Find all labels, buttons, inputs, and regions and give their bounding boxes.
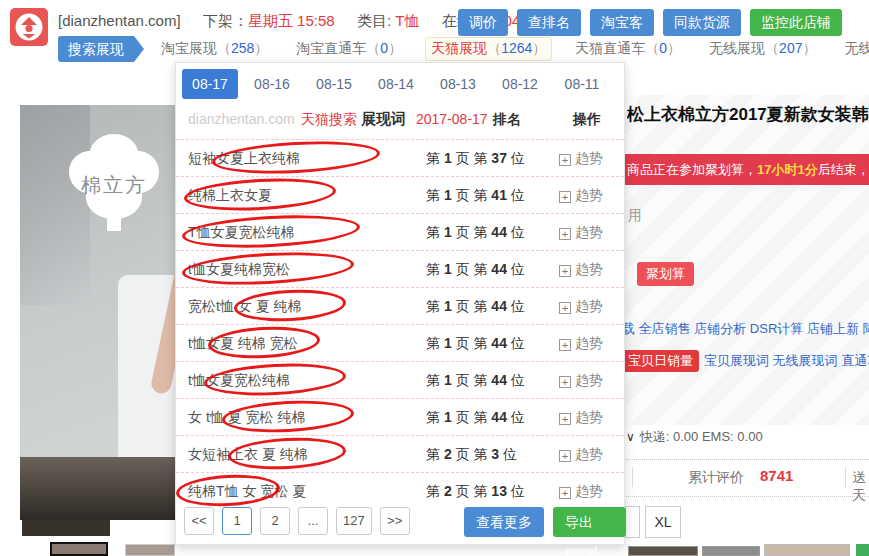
plus-square-icon: + [559, 154, 571, 166]
tab-count: 1264 [501, 40, 532, 56]
tab-label: 无线直通车 [844, 40, 869, 56]
tab-天猫直通车[interactable]: 天猫直通车（0） [570, 38, 686, 60]
rank-cell: 第 1 页 第 44 位 [426, 288, 525, 325]
page-next-button[interactable]: >> [380, 507, 410, 535]
trend-link[interactable]: +趋势 [559, 214, 603, 251]
tab-label: 天猫直通车 [575, 40, 645, 56]
tab-paren: （ [366, 40, 380, 56]
topbar-button-查排名[interactable]: 查排名 [517, 9, 581, 36]
tab-paren: （ [217, 40, 231, 56]
rank-text: 页 第 [452, 335, 492, 351]
thumbnail[interactable] [628, 546, 698, 556]
divider [632, 467, 633, 487]
shipping-text: 快递: 0.00 EMS: 0.00 [640, 429, 763, 444]
image-dark-floor [20, 457, 175, 520]
topbar-button-同款货源[interactable]: 同款货源 [663, 9, 741, 36]
topbar-button-调价[interactable]: 调价 [458, 9, 508, 36]
chevron-down-icon: ∨ [626, 430, 635, 444]
plus-square-icon: + [559, 265, 571, 277]
rank-page: 1 [444, 224, 452, 240]
date-tab-08-14[interactable]: 08-14 [368, 69, 424, 99]
rank-pos: 44 [491, 372, 507, 388]
rank-pos: 44 [491, 335, 507, 351]
table-row: 纯棉上衣女夏第 1 页 第 41 位+趋势 [176, 176, 624, 213]
thumbnail[interactable] [856, 544, 869, 556]
brand-cloud-logo: 棉立方 [58, 130, 170, 240]
keyword-cell: 女短袖上衣 夏 纯棉 [188, 436, 308, 473]
rating-row: 累计评价 8741 送天 [620, 463, 869, 493]
trend-link[interactable]: +趋势 [559, 325, 603, 362]
table-brand: dianzhentan.com [188, 99, 295, 139]
page-prev-button[interactable]: << [184, 507, 214, 535]
tab-无线直通车[interactable]: 无线直通车（0） [839, 38, 869, 60]
tab-count: 207 [779, 40, 802, 56]
tab-淘宝展现[interactable]: 淘宝展现（258） [156, 38, 273, 60]
trend-link[interactable]: +趋势 [559, 436, 603, 473]
trend-link[interactable]: +趋势 [559, 251, 603, 288]
action-column-header: 操作 [573, 99, 601, 139]
table-row: 女 t恤 夏 宽松 纯棉第 1 页 第 44 位+趋势 [176, 398, 624, 435]
keyword-cell: T恤女夏宽松纯棉 [188, 214, 295, 251]
page-button-2[interactable]: 2 [260, 507, 290, 535]
topbar: [dianzhentan.com] 下架：星期五 15:58 类目: T恤 在线… [0, 0, 869, 62]
topbar-button-监控此店铺[interactable]: 监控此店铺 [750, 9, 842, 36]
page-button-...[interactable]: ... [298, 507, 328, 535]
tab-label: 淘宝直通车 [296, 40, 366, 56]
dianzhentan-logo-icon[interactable] [10, 8, 48, 46]
tab-search-display[interactable]: 搜索展现 [58, 36, 134, 62]
rank-cell: 第 1 页 第 44 位 [426, 399, 525, 436]
rating-label: 累计评价 [688, 469, 744, 487]
rank-cell: 第 1 页 第 37 位 [426, 140, 525, 177]
date-tab-08-12[interactable]: 08-12 [492, 69, 548, 99]
page-button-1[interactable]: 1 [222, 507, 252, 535]
rank-text: 第 [426, 298, 444, 314]
table-row: t恤女夏纯棉宽松第 1 页 第 44 位+趋势 [176, 250, 624, 287]
rank-text: 页 第 [452, 150, 492, 166]
tab-count: 0 [659, 40, 667, 56]
rank-cell: 第 1 页 第 44 位 [426, 251, 525, 288]
plus-square-icon: + [559, 302, 571, 314]
tab-淘宝直通车[interactable]: 淘宝直通车（0） [291, 38, 407, 60]
trend-link[interactable]: +趋势 [559, 399, 603, 436]
category-value: T恤 [395, 12, 419, 29]
thumbnail[interactable] [702, 546, 760, 556]
divider [620, 459, 869, 460]
view-more-button[interactable]: 查看更多 [464, 507, 544, 537]
plus-square-icon: + [559, 487, 571, 499]
trend-label: 趋势 [575, 409, 603, 425]
tab-无线展现[interactable]: 无线展现（207） [704, 38, 821, 60]
topbar-button-淘宝客[interactable]: 淘宝客 [590, 9, 654, 36]
seller-tool-links-row1[interactable]: 载 全店销售 店铺分析 DSR计算 店铺上新 降权 [622, 320, 869, 338]
date-tab-08-13[interactable]: 08-13 [430, 69, 486, 99]
keyword-cell: 纯棉上衣女夏 [188, 177, 272, 214]
divider [620, 496, 869, 497]
daily-sales-badge[interactable]: 宝贝日销量 [622, 350, 699, 372]
thumbnail-selected[interactable] [50, 542, 108, 556]
rating-count[interactable]: 8741 [760, 467, 793, 484]
rank-column-header: 排名 [493, 99, 521, 139]
date-tab-08-16[interactable]: 08-16 [244, 69, 300, 99]
seller-tool-links-row2[interactable]: 宝贝展现词 无线展现词 直通车分 [704, 353, 869, 368]
date-tab-08-11[interactable]: 08-11 [554, 69, 610, 99]
keyword-table: 短袖女夏上衣纯棉第 1 页 第 37 位+趋势纯棉上衣女夏第 1 页 第 41 … [176, 139, 624, 509]
date-tab-08-17[interactable]: 08-17 [182, 69, 238, 99]
rank-text: 位 [507, 150, 525, 166]
thumbnail[interactable] [125, 544, 175, 556]
rank-text: 第 [426, 224, 444, 240]
tab-天猫展现[interactable]: 天猫展现（1264） [425, 37, 552, 61]
trend-link[interactable]: +趋势 [559, 177, 603, 214]
rank-page: 1 [444, 150, 452, 166]
date-tab-08-15[interactable]: 08-15 [306, 69, 362, 99]
thumbnail[interactable] [764, 544, 850, 556]
rank-page: 1 [444, 335, 452, 351]
page-button-127[interactable]: 127 [336, 507, 372, 535]
trend-link[interactable]: +趋势 [559, 362, 603, 399]
export-excel-button[interactable]: 导出excel [553, 507, 626, 537]
tab-paren: ） [532, 40, 546, 56]
category-label: 类目: [357, 12, 391, 29]
trend-link[interactable]: +趋势 [559, 140, 603, 177]
clipped-text: 用 [628, 207, 642, 225]
trend-link[interactable]: +趋势 [559, 288, 603, 325]
size-option-xl[interactable]: XL [645, 506, 681, 538]
trend-label: 趋势 [575, 298, 603, 314]
